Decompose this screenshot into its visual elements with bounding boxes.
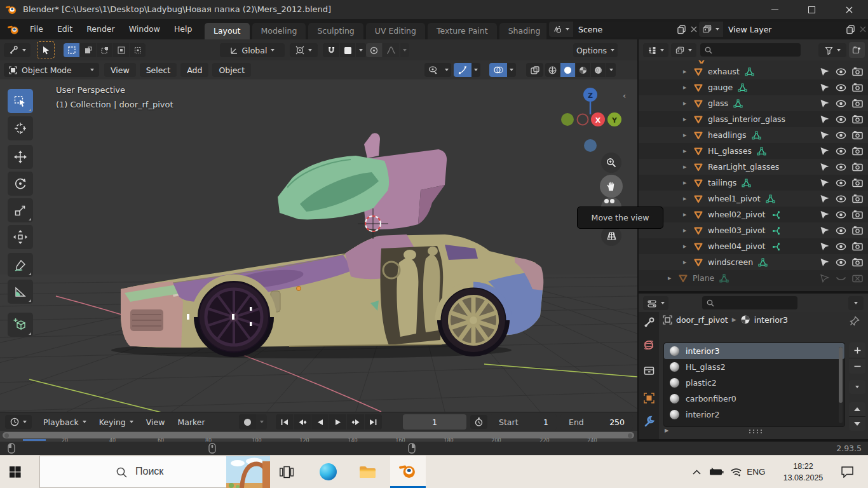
hide-toggle-icon[interactable]: [836, 194, 846, 203]
outliner-search-input[interactable]: [700, 43, 801, 57]
frame-start-field[interactable]: Start 1: [491, 414, 557, 430]
disclosure-icon[interactable]: ▶: [683, 149, 693, 154]
shading-material-button[interactable]: [576, 63, 590, 77]
tab-world-properties[interactable]: [639, 339, 659, 351]
outliner-item-label[interactable]: headlings: [708, 130, 747, 140]
mode-dropdown[interactable]: Object Mode: [4, 63, 99, 77]
breadcrumb-material[interactable]: interior3: [754, 315, 788, 325]
hide-toggle-icon[interactable]: [836, 147, 846, 156]
menu-help[interactable]: Help: [167, 19, 200, 39]
outliner-item-label[interactable]: glass: [708, 98, 728, 108]
render-toggle-icon[interactable]: [852, 146, 863, 156]
auto-key-toggle[interactable]: [239, 414, 256, 430]
current-frame-field[interactable]: 1: [403, 414, 466, 430]
render-toggle-icon[interactable]: [852, 67, 863, 76]
remove-material-slot-button[interactable]: [849, 358, 865, 374]
select-toggle-icon[interactable]: [819, 178, 830, 187]
list-resize-grip[interactable]: [748, 429, 764, 433]
frame-end-field[interactable]: End 250: [560, 414, 633, 430]
render-toggle-icon[interactable]: [852, 210, 863, 219]
menu-file[interactable]: File: [23, 19, 50, 39]
hide-toggle-icon[interactable]: [836, 67, 846, 76]
view-layer-browse-button[interactable]: [699, 22, 723, 37]
jump-to-end-button[interactable]: [365, 414, 382, 430]
outliner-row[interactable]: ▶HL_glasses: [639, 143, 868, 159]
minimize-button[interactable]: [756, 0, 793, 19]
outliner-row[interactable]: ▶wheel03_pivot: [639, 222, 868, 238]
disclosure-icon[interactable]: ▶: [683, 85, 693, 90]
menu-edit[interactable]: Edit: [50, 19, 79, 39]
select-mode-invert[interactable]: [113, 43, 129, 57]
outliner-row[interactable]: ▶gauge: [639, 79, 868, 95]
outliner-item-label[interactable]: Plane: [693, 273, 714, 283]
outliner-row[interactable]: ▶windscreen: [639, 254, 868, 270]
outliner-row[interactable]: ▶wheel1_pivot: [639, 191, 868, 207]
select-toggle-icon[interactable]: [819, 114, 830, 124]
tool-cursor[interactable]: [8, 116, 33, 140]
new-scene-copy-icon[interactable]: [677, 25, 686, 34]
properties-editor-type-button[interactable]: [643, 296, 668, 310]
workspace-tab-texture-paint[interactable]: Texture Paint: [428, 23, 497, 39]
tool-select-box[interactable]: [8, 89, 33, 113]
select-toggle-icon[interactable]: [819, 146, 830, 156]
3d-viewport[interactable]: Object Mode ViewSelectAddObject: [0, 60, 637, 412]
disclosure-icon[interactable]: ▶: [683, 196, 693, 201]
breadcrumb-object[interactable]: door_rf_pivot: [676, 315, 728, 325]
select-toggle-icon[interactable]: [819, 226, 830, 235]
outliner-item-label[interactable]: wheel03_pivot: [708, 226, 766, 235]
snap-target-button[interactable]: [340, 43, 355, 57]
select-mode-intersect[interactable]: [130, 43, 146, 57]
render-toggle-icon[interactable]: [852, 98, 863, 108]
timeline-editor-type-button[interactable]: [5, 415, 32, 429]
select-toggle-icon[interactable]: [819, 194, 830, 203]
outliner-editor-type-button[interactable]: [643, 43, 668, 57]
select-toggle-icon[interactable]: [819, 98, 830, 108]
select-toggle-icon[interactable]: [819, 162, 830, 172]
tool-rotate[interactable]: [8, 172, 33, 196]
scene-name-field[interactable]: Scene: [573, 22, 700, 37]
tool-annotate[interactable]: [8, 253, 33, 277]
disclosure-icon[interactable]: ▶: [683, 212, 693, 217]
tab-output-properties[interactable]: [639, 366, 659, 376]
render-toggle-icon[interactable]: [852, 178, 863, 187]
maximize-button[interactable]: [793, 0, 830, 19]
outliner-row[interactable]: ▶RearLight_glasses: [639, 159, 868, 175]
material-slot[interactable]: interior2: [664, 407, 844, 423]
material-list-scrollbar[interactable]: [839, 347, 843, 423]
render-toggle-icon[interactable]: [852, 162, 863, 172]
render-toggle-icon[interactable]: [852, 241, 863, 251]
sidebar-collapse-arrow[interactable]: ‹: [623, 91, 626, 100]
remove-view-layer-icon[interactable]: [860, 26, 866, 32]
viewport-menu-object[interactable]: Object: [212, 63, 251, 77]
tool-scale[interactable]: [8, 198, 33, 222]
workspace-tab-uv-editing[interactable]: UV Editing: [366, 23, 425, 39]
outliner-item-label[interactable]: exhaust: [708, 67, 740, 76]
tab-tool-properties[interactable]: [639, 317, 659, 328]
timeline-menu-view[interactable]: View: [140, 417, 172, 427]
render-toggle-icon[interactable]: [852, 226, 863, 235]
outliner-item-label[interactable]: wheel1_pivot: [708, 194, 761, 203]
clock-tray[interactable]: 18:22 13.08.2025: [773, 461, 834, 484]
select-toggle-icon[interactable]: [819, 67, 830, 76]
select-mode-set[interactable]: [64, 43, 79, 57]
shading-wireframe-button[interactable]: [545, 63, 560, 77]
workspace-tab-sculpting[interactable]: Sculpting: [308, 23, 363, 39]
workspace-tab-layout[interactable]: Layout: [205, 23, 250, 39]
jump-to-start-button[interactable]: [276, 414, 293, 430]
outliner-item-label[interactable]: RearLight_glasses: [708, 162, 779, 172]
workspace-tab-shading[interactable]: Shading: [499, 23, 546, 39]
select-toggle-off-icon[interactable]: [819, 273, 830, 283]
render-toggle-icon[interactable]: [852, 83, 863, 92]
render-toggle-icon[interactable]: [852, 130, 863, 140]
xray-toggle[interactable]: [526, 63, 543, 77]
render-toggle-icon[interactable]: [852, 194, 863, 203]
close-button[interactable]: [830, 0, 868, 19]
car-rear-wheel[interactable]: [442, 288, 505, 352]
visibility-dropdown[interactable]: [424, 63, 451, 77]
language-indicator[interactable]: ENG: [745, 456, 768, 488]
timeline-menu-keying[interactable]: Keying: [93, 417, 140, 427]
render-toggle-icon[interactable]: [852, 114, 863, 124]
disclosure-icon[interactable]: ▶: [668, 276, 678, 281]
outliner-row[interactable]: ▶wheel04_pivot: [639, 238, 868, 254]
disclosure-icon[interactable]: ▶: [683, 165, 693, 170]
